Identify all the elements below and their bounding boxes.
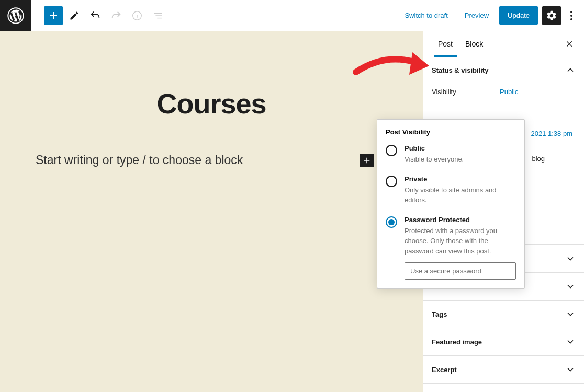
radio-desc: Only visible to site admins and editors.	[405, 185, 516, 205]
panel-title: Tags	[432, 310, 447, 318]
inline-add-block-button[interactable]	[360, 154, 374, 167]
update-button[interactable]: Update	[499, 6, 538, 25]
tab-block[interactable]: Block	[459, 31, 489, 56]
panel-header-featured-image[interactable]: Featured image	[423, 328, 584, 355]
close-sidebar-button[interactable]	[563, 38, 576, 50]
top-left-controls	[31, 6, 167, 25]
radio-desc: Visible to everyone.	[405, 154, 464, 165]
chevron-down-icon	[565, 253, 576, 264]
svg-point-8	[570, 15, 572, 17]
visibility-option-public[interactable]: Public Visible to everyone.	[386, 144, 516, 165]
popover-title: Post Visibility	[386, 128, 516, 136]
panel-header-tags[interactable]: Tags	[423, 301, 584, 328]
chevron-down-icon	[565, 309, 576, 319]
panel-tags: Tags	[423, 301, 584, 328]
block-placeholder-text[interactable]: Start writing or type / to choose a bloc…	[21, 153, 360, 167]
radio-icon	[386, 145, 397, 156]
visibility-popover: Post Visibility Public Visible to everyo…	[377, 119, 525, 289]
info-icon[interactable]	[128, 6, 147, 25]
switch-draft-button[interactable]: Switch to draft	[398, 8, 454, 22]
panel-title: Excerpt	[432, 366, 457, 374]
preview-button[interactable]: Preview	[458, 8, 495, 22]
panel-excerpt: Excerpt	[423, 356, 584, 384]
radio-label: Private	[405, 175, 516, 183]
redo-icon	[107, 6, 126, 25]
more-options-button[interactable]	[565, 6, 578, 25]
radio-icon	[386, 176, 397, 187]
visibility-option-private[interactable]: Private Only visible to site admins and …	[386, 175, 516, 205]
visibility-option-password[interactable]: Password Protected Protected with a pass…	[386, 216, 516, 257]
block-placeholder-row: Start writing or type / to choose a bloc…	[0, 153, 423, 167]
password-input[interactable]	[405, 262, 516, 280]
panel-header-status[interactable]: Status & visibility	[423, 56, 584, 84]
panel-title: Featured image	[432, 338, 482, 346]
panel-featured-image: Featured image	[423, 328, 584, 356]
top-right-controls: Switch to draft Preview Update	[398, 6, 584, 25]
edit-icon[interactable]	[65, 6, 84, 25]
placement-peek: blog	[532, 155, 545, 163]
svg-point-9	[570, 18, 572, 20]
wordpress-logo[interactable]	[0, 0, 31, 31]
svg-point-7	[570, 11, 572, 13]
chevron-down-icon	[565, 337, 576, 347]
panel-title: Status & visibility	[432, 66, 488, 74]
add-block-button[interactable]	[44, 6, 63, 25]
list-view-icon[interactable]	[149, 6, 167, 25]
chevron-down-icon	[565, 281, 576, 292]
visibility-value[interactable]: Public	[500, 88, 518, 96]
radio-label: Password Protected	[405, 216, 516, 224]
sidebar-tabs: Post Block	[423, 31, 584, 56]
radio-icon	[386, 216, 397, 228]
visibility-label: Visibility	[432, 88, 500, 96]
settings-button[interactable]	[542, 6, 561, 25]
visibility-row: Visibility Public	[432, 84, 576, 100]
annotation-arrow	[351, 46, 440, 90]
radio-label: Public	[405, 144, 464, 152]
page-title[interactable]: Courses	[0, 87, 423, 120]
panel-header-excerpt[interactable]: Excerpt	[423, 356, 584, 383]
radio-desc: Protected with a password you choose. On…	[405, 226, 516, 257]
publish-date-peek[interactable]: 2021 1:38 pm	[531, 130, 572, 137]
chevron-down-icon	[565, 364, 576, 375]
undo-icon[interactable]	[86, 6, 105, 25]
chevron-up-icon	[565, 65, 576, 75]
topbar: Switch to draft Preview Update	[0, 0, 584, 31]
